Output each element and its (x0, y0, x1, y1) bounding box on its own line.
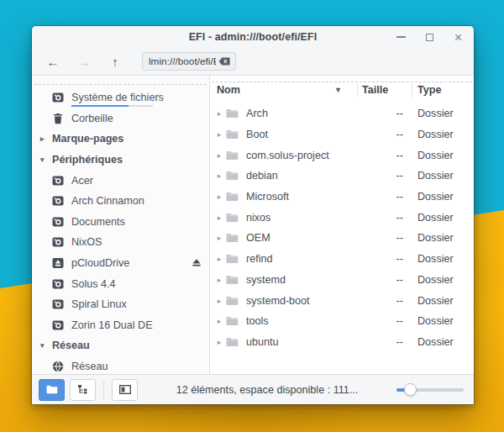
column-separator[interactable] (412, 82, 412, 97)
sidebar-item-label: Zorin 16 Dual DE (71, 319, 153, 331)
sidebar-item-documents[interactable]: Documents (32, 212, 209, 233)
expander-icon[interactable]: ▸ (214, 234, 224, 242)
sidebar-section-network[interactable]: ▾ Réseau (32, 335, 209, 356)
treeview-button[interactable] (70, 379, 96, 401)
folder-icon (46, 382, 58, 398)
file-row-microsoft[interactable]: ▸ Microsoft -- Dossier (210, 187, 474, 208)
window-controls: × (396, 26, 464, 48)
file-row-ubuntu[interactable]: ▸ ubuntu -- Dossier (210, 332, 474, 353)
file-size: -- (353, 191, 403, 203)
maximize-button[interactable] (424, 32, 435, 43)
toggle-sidebar-button[interactable] (112, 379, 138, 401)
expander-icon[interactable]: ▸ (214, 317, 224, 325)
file-manager-window: EFI - admin:///boot/efi/EFI × ← → ↑ lmin… (32, 26, 474, 404)
file-name: ubuntu (246, 336, 279, 348)
file-row-oem[interactable]: ▸ OEM -- Dossier (210, 228, 474, 249)
file-row-refind[interactable]: ▸ refind -- Dossier (210, 249, 474, 270)
file-row-nixos[interactable]: ▸ nixos -- Dossier (210, 207, 474, 228)
expander-icon[interactable]: ▸ (214, 151, 224, 160)
sidebar-item-arch-cinnamon[interactable]: Arch Cinnamon (32, 191, 209, 212)
forward-button[interactable]: → (76, 55, 92, 69)
sidebar-item-zorin[interactable]: Zorin 16 Dual DE (32, 315, 209, 336)
file-name: Boot (246, 129, 268, 140)
sidebar-section-devices[interactable]: ▾ Périphériques (32, 150, 209, 171)
drive-eject-icon (52, 257, 65, 269)
expander-icon[interactable]: ▸ (214, 130, 224, 139)
sidebar-scroll-undershoot (34, 84, 207, 85)
folder-icon (226, 129, 239, 140)
file-type: Dossier (417, 150, 454, 161)
file-row-tools[interactable]: ▸ tools -- Dossier (210, 311, 474, 332)
clear-location-icon[interactable] (218, 57, 230, 66)
close-button[interactable]: × (453, 32, 464, 43)
zoom-slider[interactable] (396, 383, 464, 397)
sidebar-item-label: pCloudDrive (71, 257, 129, 269)
column-header-name[interactable]: Nom (217, 76, 240, 103)
folder-icon (226, 192, 239, 202)
sidebar-item-spiral-linux[interactable]: Spiral Linux (32, 294, 209, 315)
file-name: nixos (246, 212, 270, 224)
maximize-icon (426, 34, 433, 41)
column-header-type[interactable]: Type (417, 76, 441, 103)
chevron-down-icon: ▾ (40, 341, 52, 350)
file-size: -- (353, 253, 403, 265)
file-type: Dossier (417, 108, 454, 119)
file-row-systemd[interactable]: ▸ systemd -- Dossier (210, 270, 474, 291)
folder-icon (226, 108, 239, 119)
minimize-button[interactable] (396, 32, 407, 43)
places-view-button[interactable] (39, 379, 65, 401)
file-size: -- (353, 212, 403, 224)
file-type: Dossier (417, 129, 454, 140)
file-name: refind (246, 253, 273, 265)
drive-icon (52, 195, 65, 207)
eject-icon[interactable] (192, 258, 202, 267)
up-button[interactable]: ↑ (108, 55, 123, 69)
file-size: -- (353, 108, 403, 119)
sidebar-item-pclouddrive[interactable]: pCloudDrive (32, 253, 209, 274)
file-type: Dossier (417, 170, 454, 182)
sidebar-item-solus[interactable]: Solus 4.4 (32, 273, 209, 294)
expander-icon[interactable]: ▸ (214, 338, 224, 346)
back-button[interactable]: ← (45, 55, 60, 69)
minimize-icon (396, 36, 406, 38)
file-row-boot[interactable]: ▸ Boot -- Dossier (210, 124, 474, 145)
column-header-size[interactable]: Taille (362, 76, 388, 103)
location-input[interactable]: lmin:///boot/efi/EFI (142, 52, 236, 71)
expander-icon[interactable]: ▸ (214, 171, 224, 180)
zoom-slider-handle[interactable] (404, 383, 417, 396)
expander-icon[interactable]: ▸ (214, 297, 224, 305)
file-size: -- (353, 170, 403, 182)
file-row-systemd-boot[interactable]: ▸ systemd-boot -- Dossier (210, 290, 474, 311)
expander-icon[interactable]: ▸ (214, 276, 224, 284)
titlebar[interactable]: EFI - admin:///boot/efi/EFI × (32, 26, 474, 48)
sidebar-item-nixos[interactable]: NixOS (32, 232, 209, 253)
sidebar-item-filesystem[interactable]: Système de fichiers (32, 87, 209, 108)
folder-icon (226, 171, 239, 181)
sidebar-section-label: Périphériques (52, 154, 123, 166)
expander-icon[interactable]: ▸ (214, 213, 224, 222)
sidebar-item-acer[interactable]: Acer (32, 170, 209, 191)
file-row-arch[interactable]: ▸ Arch -- Dossier (210, 103, 474, 124)
file-type: Dossier (417, 212, 454, 224)
file-size: -- (353, 150, 403, 161)
file-list: Nom ▾ Taille Type ▸ Arch -- Dossier ▸ Bo… (210, 76, 474, 374)
sidebar-section-bookmarks[interactable]: ▸ Marque-pages (32, 129, 209, 150)
toolbar: ← → ↑ lmin:///boot/efi/EFI (32, 48, 474, 76)
statusbar-separator (103, 381, 104, 399)
expander-icon[interactable]: ▸ (214, 109, 224, 118)
expander-icon[interactable]: ▸ (214, 255, 224, 263)
expander-icon[interactable]: ▸ (214, 192, 224, 201)
file-type: Dossier (417, 274, 454, 286)
column-separator[interactable] (357, 82, 358, 97)
sidebar-section-label: Marque-pages (52, 133, 123, 145)
sidebar-item-trash[interactable]: Corbeille (32, 108, 209, 129)
file-size: -- (353, 274, 403, 286)
folder-icon (226, 296, 239, 306)
file-name: systemd (246, 274, 286, 286)
drive-icon (52, 278, 65, 290)
file-row-com-solus-project[interactable]: ▸ com.solus-project -- Dossier (210, 145, 474, 166)
file-row-debian[interactable]: ▸ debian -- Dossier (210, 166, 474, 187)
sidebar-item-network[interactable]: Réseau (32, 356, 209, 374)
file-size: -- (353, 129, 403, 140)
sort-indicator-icon[interactable]: ▾ (336, 76, 340, 103)
